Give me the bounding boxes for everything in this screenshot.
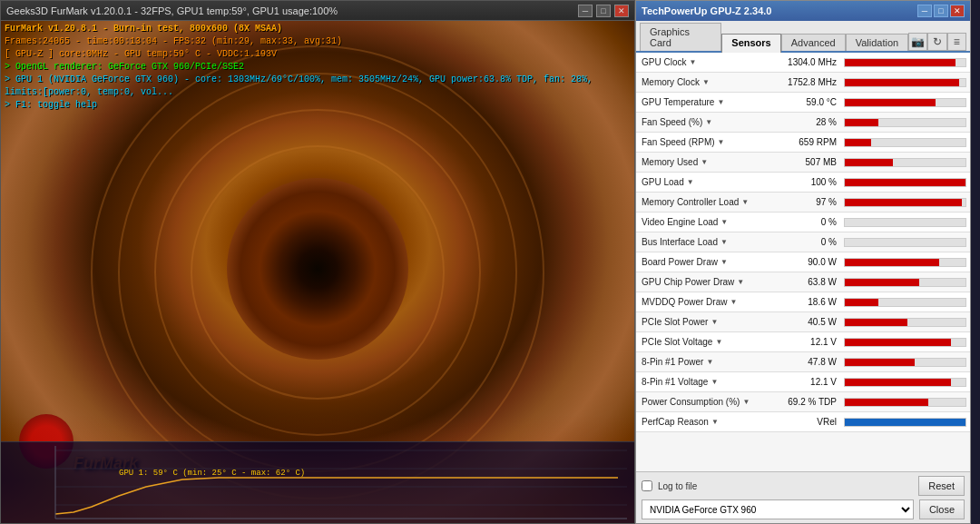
- sensor-name-8: Video Engine Load ▼: [636, 217, 772, 227]
- furmark-minimize-btn[interactable]: ─: [578, 5, 593, 17]
- sensor-name-11: GPU Chip Power Draw ▼: [636, 277, 772, 287]
- sensor-dropdown-8[interactable]: ▼: [720, 218, 728, 226]
- furmark-graph-area: GPU 1: 59° C (min: 25° C - max: 62° C): [1, 441, 634, 523]
- sensor-bar-bg-6: [844, 178, 966, 187]
- sensor-row: GPU Load ▼ 100 %: [636, 173, 970, 193]
- sensor-value-5: 507 MB: [772, 157, 840, 167]
- sensor-bar-bg-0: [844, 58, 966, 67]
- sensor-dropdown-9[interactable]: ▼: [720, 238, 728, 246]
- camera-btn[interactable]: 📷: [908, 33, 927, 51]
- gpuz-window: TechPowerUp GPU-Z 2.34.0 ─ □ ✕ Graphics …: [635, 0, 971, 524]
- sensor-bar-fill-10: [845, 259, 939, 266]
- sensor-dropdown-16[interactable]: ▼: [710, 378, 718, 386]
- sensor-bar-fill-15: [845, 359, 915, 366]
- sensor-bar-fill-16: [845, 379, 951, 386]
- sensor-name-9: Bus Interface Load ▼: [636, 237, 772, 247]
- sensor-value-1: 1752.8 MHz: [772, 77, 840, 87]
- sensor-dropdown-4[interactable]: ▼: [718, 138, 725, 146]
- sensor-dropdown-0[interactable]: ▼: [689, 58, 696, 66]
- menu-btn[interactable]: ≡: [947, 33, 966, 51]
- sensor-dropdown-17[interactable]: ▼: [742, 398, 750, 406]
- sensor-dropdown-7[interactable]: ▼: [741, 198, 749, 206]
- sensor-dropdown-3[interactable]: ▼: [705, 118, 712, 126]
- gpu-select[interactable]: NVIDIA GeForce GTX 960: [642, 499, 914, 519]
- gpuz-minimize-btn[interactable]: ─: [917, 5, 932, 17]
- sensor-bar-bg-14: [844, 338, 966, 347]
- furmark-line3: [ GPU-Z ] core:0MHz - GPU temp:59° C - V…: [5, 48, 634, 61]
- sensor-bar-bg-9: [844, 238, 966, 247]
- sensor-name-6: GPU Load ▼: [636, 177, 772, 187]
- sensor-value-4: 659 RPM: [772, 137, 840, 147]
- gpuz-win-controls: ─ □ ✕: [917, 5, 965, 17]
- sensor-bar-fill-4: [845, 139, 871, 146]
- sensor-value-10: 90.0 W: [772, 257, 840, 267]
- furmark-line2: Frames:24065 - time:00:13:04 - FPS:32 (m…: [5, 35, 634, 48]
- sensor-bar-bg-16: [844, 378, 966, 387]
- sensor-dropdown-18[interactable]: ▼: [711, 418, 719, 426]
- sensor-row: Board Power Draw ▼ 90.0 W: [636, 252, 970, 272]
- sensor-dropdown-1[interactable]: ▼: [702, 78, 710, 86]
- tab-sensors[interactable]: Sensors: [721, 34, 780, 53]
- sensor-value-15: 47.8 W: [772, 357, 840, 367]
- sensor-row: Fan Speed (%) ▼ 28 %: [636, 113, 970, 133]
- sensor-bar-fill-14: [845, 339, 951, 346]
- furmark-close-btn[interactable]: ✕: [614, 5, 629, 17]
- close-gpuz-btn[interactable]: Close: [919, 499, 965, 519]
- furmark-line1: FurMark v1.20.8.1 - Burn-in test, 800x60…: [5, 23, 634, 35]
- gpuz-footer: Log to file Reset NVIDIA GeForce GTX 960…: [636, 471, 970, 523]
- sensor-name-12: MVDDQ Power Draw ▼: [636, 297, 772, 307]
- sensor-bar-fill-3: [845, 119, 878, 126]
- sensor-name-7: Memory Controller Load ▼: [636, 197, 772, 207]
- footer-row2: NVIDIA GeForce GTX 960 Close: [642, 499, 965, 519]
- footer-row1: Log to file Reset: [642, 476, 965, 496]
- sensor-row: Memory Clock ▼ 1752.8 MHz: [636, 73, 970, 93]
- sensor-bar-container-15: [840, 358, 970, 367]
- sensor-name-15: 8-Pin #1 Power ▼: [636, 357, 772, 367]
- sensors-table: GPU Clock ▼ 1304.0 MHz Memory Clock ▼ 17…: [636, 53, 970, 471]
- sensor-bar-fill-17: [845, 399, 928, 406]
- sensor-row: GPU Chip Power Draw ▼ 63.8 W: [636, 272, 970, 292]
- furmark-maximize-btn[interactable]: □: [596, 5, 611, 17]
- sensor-dropdown-11[interactable]: ▼: [737, 278, 744, 286]
- sensor-bar-container-6: [840, 178, 970, 187]
- gpuz-maximize-btn[interactable]: □: [934, 5, 948, 17]
- tab-advanced[interactable]: Advanced: [781, 34, 846, 51]
- sensor-bar-container-13: [840, 318, 970, 327]
- sensor-dropdown-12[interactable]: ▼: [730, 298, 737, 306]
- sensor-bar-fill-2: [845, 99, 936, 106]
- sensor-bar-container-3: [840, 118, 970, 127]
- refresh-btn[interactable]: ↻: [927, 33, 946, 51]
- sensor-dropdown-14[interactable]: ▼: [715, 338, 722, 346]
- sensor-bar-bg-1: [844, 78, 966, 87]
- sensor-row: Video Engine Load ▼ 0 %: [636, 213, 970, 232]
- sensor-row: 8-Pin #1 Power ▼ 47.8 W: [636, 352, 970, 372]
- sensor-value-7: 97 %: [772, 197, 840, 207]
- sensor-value-0: 1304.0 MHz: [772, 57, 840, 67]
- furmark-line6: > F1: toggle help: [5, 99, 634, 112]
- sensor-dropdown-5[interactable]: ▼: [701, 158, 708, 166]
- sensor-bar-fill-11: [845, 279, 919, 286]
- sensor-dropdown-15[interactable]: ▼: [706, 358, 713, 366]
- gpuz-close-btn[interactable]: ✕: [950, 5, 965, 17]
- sensor-value-12: 18.6 W: [772, 297, 840, 307]
- furmark-line4: > OpenGL renderer: GeForce GTX 960/PCIe/…: [5, 61, 634, 74]
- sensor-dropdown-10[interactable]: ▼: [720, 258, 728, 266]
- sensor-value-11: 63.8 W: [772, 277, 840, 287]
- sensor-dropdown-13[interactable]: ▼: [710, 318, 718, 326]
- reset-btn[interactable]: Reset: [918, 476, 965, 496]
- sensor-row: PCIe Slot Power ▼ 40.5 W: [636, 312, 970, 332]
- sensor-bar-container-9: [840, 238, 970, 247]
- sensor-bar-container-5: [840, 158, 970, 167]
- sensor-bar-bg-2: [844, 98, 966, 107]
- log-checkbox[interactable]: [642, 480, 652, 491]
- tab-graphics-card[interactable]: Graphics Card: [640, 23, 721, 51]
- sensor-row: MVDDQ Power Draw ▼ 18.6 W: [636, 292, 970, 312]
- sensor-value-8: 0 %: [772, 217, 840, 227]
- sensor-name-3: Fan Speed (%) ▼: [636, 117, 772, 127]
- sensor-dropdown-2[interactable]: ▼: [717, 98, 724, 106]
- sensor-bar-fill-7: [845, 199, 962, 206]
- sensor-dropdown-6[interactable]: ▼: [687, 178, 694, 186]
- sensor-bar-fill-18: [845, 419, 965, 426]
- furmark-content: FurMark v1.20.8.1 - Burn-in test, 800x60…: [1, 21, 634, 523]
- tab-validation[interactable]: Validation: [846, 34, 909, 51]
